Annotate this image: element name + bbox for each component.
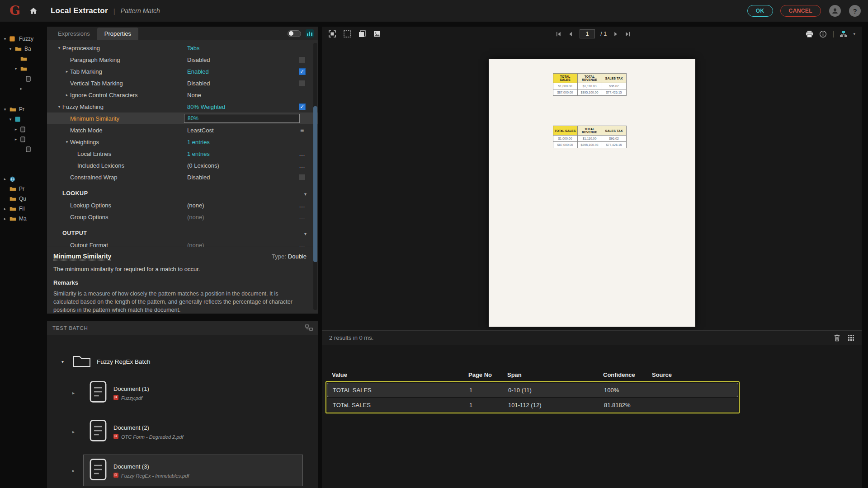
clear-results-trash-icon[interactable] (834, 334, 840, 342)
property-row-match-mode[interactable]: Match Mode LeastCost ≡ (47, 124, 318, 136)
results-grid-view-icon[interactable] (848, 334, 854, 341)
tree-expand-icon[interactable]: ▸ (19, 86, 24, 91)
last-page-icon[interactable] (624, 31, 631, 38)
scrollbar-thumb[interactable] (313, 106, 317, 262)
tree-expand-icon[interactable]: ▸ (3, 216, 7, 221)
tree-node[interactable]: ▸ (0, 134, 47, 144)
tree-expand-icon[interactable]: ▸ (14, 127, 18, 131)
tree-expand-icon[interactable]: ▾ (61, 359, 67, 364)
document-row-1[interactable]: ▸ Document (1) Fuzzy.pdf (47, 377, 318, 408)
ok-button[interactable]: OK (747, 5, 773, 17)
tree-node[interactable]: Pr (0, 184, 47, 194)
property-row-included-lexicons[interactable]: Included Lexicons (0 Lexicons) … (47, 160, 318, 171)
tree-expand-icon[interactable]: ▸ (72, 429, 83, 434)
tree-node[interactable]: ▾Ba (0, 44, 47, 54)
tree-node[interactable]: ▸ (0, 124, 47, 134)
tree-node[interactable] (0, 74, 47, 84)
ellipsis-button[interactable]: … (299, 162, 305, 169)
tree-expand-icon[interactable]: ▾ (8, 117, 13, 122)
property-row-weightings[interactable]: ▾ Weightings 1 entries (47, 136, 318, 148)
tree-expand-icon[interactable]: ▾ (8, 47, 13, 51)
ellipsis-button[interactable]: … (299, 150, 305, 157)
minimum-similarity-input[interactable] (184, 114, 300, 123)
home-icon[interactable] (28, 5, 39, 16)
tree-node[interactable]: ▾ (0, 114, 47, 124)
diagnostics-chart-icon[interactable] (306, 29, 314, 38)
property-row-vertical-tab-marking[interactable]: Vertical Tab Marking Disabled (47, 77, 318, 89)
tree-node[interactable]: ▾ (0, 64, 47, 74)
document-page[interactable]: TOTAL SALES TOTAL REVENUE SALES TAX $1,0… (489, 59, 695, 327)
previous-page-icon[interactable] (567, 31, 574, 38)
tree-expand-icon[interactable]: ▸ (3, 177, 7, 181)
section-collapse-icon[interactable]: ▾ (304, 192, 307, 197)
checkbox-unchecked[interactable] (299, 174, 306, 181)
viewer-canvas[interactable]: TOTAL SALES TOTAL REVENUE SALES TAX $1,0… (322, 41, 862, 330)
selection-marquee-icon[interactable] (343, 30, 351, 38)
next-page-icon[interactable] (612, 31, 619, 38)
view-mode-icon[interactable] (840, 31, 848, 38)
chevron-right-icon[interactable]: ▸ (64, 93, 70, 97)
checkbox-unchecked[interactable] (299, 80, 306, 87)
property-row-output-format[interactable]: Output Format (none) … (47, 239, 318, 247)
help-icon[interactable]: ? (849, 5, 861, 17)
print-icon[interactable] (805, 30, 814, 38)
cancel-button[interactable]: CANCEL (780, 5, 821, 17)
checkbox-checked[interactable]: ✓ (299, 68, 306, 75)
tree-expand-icon[interactable]: ▾ (3, 37, 7, 41)
tree-expand-icon[interactable]: ▾ (3, 107, 7, 112)
tree-node[interactable]: Qu (0, 194, 47, 204)
view-mode-dropdown-icon[interactable]: ▾ (853, 32, 855, 36)
property-row-constrained-wrap[interactable]: Constrained Wrap Disabled (47, 171, 318, 183)
property-row-fuzzy-matching[interactable]: ▾ Fuzzy Matching 80% Weighted ✓ (47, 101, 318, 113)
tree-expand-icon[interactable]: ▾ (14, 66, 18, 71)
tree-expand-icon[interactable]: ▸ (3, 206, 7, 211)
property-row-group-options[interactable]: Group Options (none) … (47, 211, 318, 223)
tab-properties[interactable]: Properties (97, 28, 138, 40)
tree-node[interactable]: ▸Ma (0, 214, 47, 224)
property-row-ignore-control-characters[interactable]: ▸ Ignore Control Characters None (47, 89, 318, 101)
page-number-input[interactable] (580, 29, 595, 38)
ellipsis-button[interactable]: … (299, 241, 305, 247)
batch-root-node[interactable]: ▾ Fuzzy RegEx Batch (47, 354, 318, 370)
result-row-1[interactable]: TOTAL SALES 1 0-10 (11) 100% (327, 383, 738, 397)
fit-page-icon[interactable] (328, 30, 336, 38)
property-row-paragraph-marking[interactable]: Paragraph Marking Disabled (47, 54, 318, 66)
document-row-2[interactable]: ▸ Document (2) OTC Form - Degraded 2.pdf (47, 416, 318, 447)
batch-select-icon[interactable] (305, 324, 313, 332)
tree-node[interactable]: ▾Pr (0, 104, 47, 114)
checkbox-checked[interactable]: ✓ (299, 103, 306, 110)
tree-expand-icon[interactable]: ▸ (72, 468, 83, 473)
chevron-right-icon[interactable]: ▸ (64, 69, 70, 74)
chevron-down-icon[interactable]: ▾ (64, 140, 70, 144)
properties-scrollbar[interactable] (313, 43, 317, 310)
section-output[interactable]: OUTPUT ▾ (47, 223, 318, 239)
ellipsis-button[interactable]: … (299, 213, 305, 221)
ellipsis-button[interactable]: … (299, 202, 305, 209)
user-avatar-icon[interactable] (829, 5, 841, 17)
first-page-icon[interactable] (555, 31, 562, 38)
property-row-preprocessing[interactable]: ▾ Preprocessing Tabs (47, 42, 318, 54)
document-row-3-selected[interactable]: ▸ Document (3) Fuzzy RegEx - Immutables.… (47, 455, 318, 486)
tree-expand-icon[interactable]: ▸ (72, 390, 83, 395)
result-row-2[interactable]: TOTaL SALES 1 101-112 (12) 81.8182% (327, 398, 738, 412)
advanced-toggle[interactable] (288, 30, 301, 37)
tree-node[interactable]: ▸ (0, 174, 47, 184)
tree-node[interactable] (0, 54, 47, 64)
section-lookup[interactable]: LOOKUP ▾ (47, 183, 318, 199)
image-icon[interactable] (373, 30, 381, 38)
property-row-local-entries[interactable]: Local Entries 1 entries … (47, 148, 318, 160)
tree-node[interactable]: ▾Fuzzy (0, 34, 47, 44)
property-row-lookup-options[interactable]: Lookup Options (none) … (47, 199, 318, 211)
tree-node[interactable]: ▸Fil (0, 204, 47, 214)
section-collapse-icon[interactable]: ▾ (304, 231, 307, 236)
property-row-minimum-similarity[interactable]: Minimum Similarity (47, 113, 318, 124)
info-icon[interactable] (819, 30, 827, 38)
tab-expressions[interactable]: Expressions (51, 28, 97, 40)
tree-node[interactable]: ▸ (0, 84, 47, 94)
tree-expand-icon[interactable]: ▸ (14, 137, 18, 141)
list-picker-icon[interactable]: ≡ (300, 127, 304, 134)
checkbox-unchecked[interactable] (299, 56, 306, 63)
pages-icon[interactable] (358, 30, 366, 38)
property-row-tab-marking[interactable]: ▸ Tab Marking Enabled ✓ (47, 66, 318, 77)
chevron-down-icon[interactable]: ▾ (56, 104, 62, 109)
